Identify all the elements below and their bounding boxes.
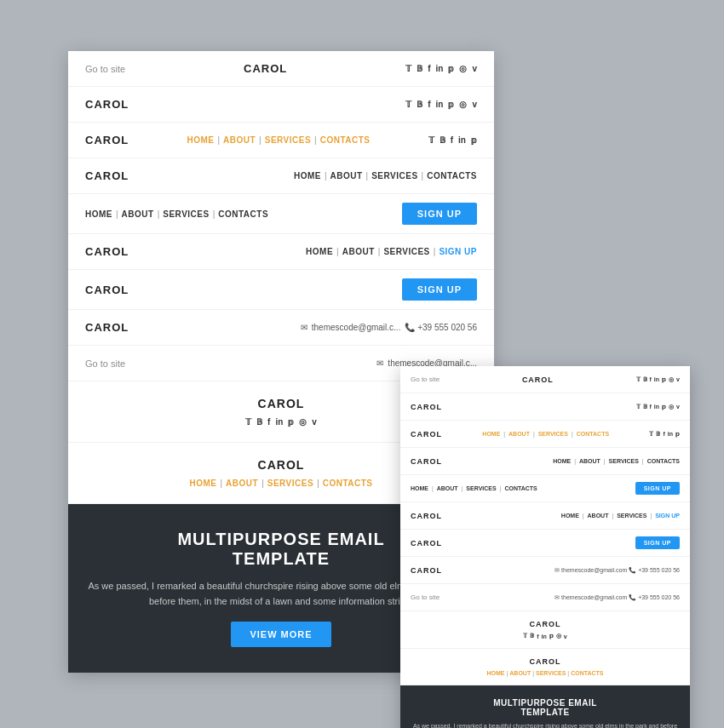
nav-links-6: HOME | ABOUT | SERVICES | SIGN UP — [306, 247, 477, 256]
small-nav-row-7: CAROL SIGN UP — [400, 530, 690, 557]
about-link-5[interactable]: ABOUT — [122, 209, 154, 219]
signup-link-6[interactable]: SIGN UP — [439, 247, 477, 256]
small-card: Go to site CAROL 𝕋 𝔹 f in 𝕡 ◎ v CAROL 𝕋 … — [400, 366, 690, 728]
small-nav-row-8: CAROL ✉ themescode@gmail.com 📞 +39 555 0… — [400, 557, 690, 584]
pinterest-icon-2[interactable]: 𝕡 — [448, 100, 454, 109]
small-brand-6: CAROL — [411, 512, 442, 520]
small-signup-btn-5[interactable]: SIGN UP — [635, 482, 680, 495]
facebook-icon-3[interactable]: f — [451, 135, 453, 145]
social-icons-3: 𝕋 𝔹 f in 𝕡 — [428, 135, 477, 145]
sep-3c: | — [314, 135, 317, 145]
vimeo-icon-c[interactable]: v — [312, 417, 317, 427]
small-nav-row-3: CAROL HOME | ABOUT | SERVICES | CONTACTS… — [400, 421, 690, 448]
small-brand-nav: CAROL — [411, 657, 680, 666]
facebook-icon[interactable]: f — [428, 64, 430, 73]
signup-button-5[interactable]: SIGN UP — [402, 203, 477, 225]
small-social-center: 𝕋 𝔹 f in 𝕡 ◎ v — [411, 633, 680, 639]
instagram-icon-c[interactable]: ◎ — [299, 417, 307, 427]
small-center-nav: CAROL HOME | ABOUT | SERVICES | CONTACTS — [400, 649, 690, 685]
services-link-3[interactable]: SERVICES — [265, 135, 311, 145]
nav-row-8: CAROL ✉ themescode@gmail.c... 📞 +39 555 … — [68, 310, 494, 346]
twitter-icon-2[interactable]: 𝕋 — [405, 100, 411, 109]
home-link-cn[interactable]: HOME — [189, 479, 216, 488]
twitter-icon-c[interactable]: 𝕋 — [245, 417, 251, 427]
linkedin-icon-3[interactable]: in — [458, 135, 466, 145]
sep-cnb: | — [261, 479, 264, 488]
behance-icon-2[interactable]: 𝔹 — [417, 100, 422, 109]
contacts-link-3[interactable]: CONTACTS — [320, 135, 371, 145]
about-link-6[interactable]: ABOUT — [342, 247, 375, 256]
small-nav-links-5: HOME | ABOUT | SERVICES | CONTACTS — [411, 485, 537, 491]
twitter-icon-3[interactable]: 𝕋 — [428, 135, 434, 145]
small-brand-7: CAROL — [411, 539, 442, 547]
instagram-icon-2[interactable]: ◎ — [459, 100, 467, 109]
email-text-8: themescode@gmail.c... — [312, 323, 401, 332]
home-link-3[interactable]: HOME — [187, 135, 214, 145]
small-social-2: 𝕋 𝔹 f in 𝕡 ◎ v — [636, 404, 680, 410]
sep-6b: | — [378, 247, 381, 256]
sep-4b: | — [366, 171, 369, 181]
small-contact-9: ✉ themescode@gmail.com 📞 +39 555 020 56 — [554, 594, 680, 601]
brand-carol-4: CAROL — [85, 169, 129, 182]
behance-icon-3[interactable]: 𝔹 — [440, 135, 445, 145]
instagram-icon[interactable]: ◎ — [459, 64, 467, 73]
twitter-icon[interactable]: 𝕋 — [405, 64, 411, 73]
small-signup-btn-7[interactable]: SIGN UP — [635, 536, 680, 549]
sep-cna: | — [220, 479, 222, 488]
services-link-5[interactable]: SERVICES — [163, 209, 209, 219]
sep-5c: | — [213, 209, 215, 219]
services-link-4[interactable]: SERVICES — [371, 171, 417, 181]
about-link-cn[interactable]: ABOUT — [226, 479, 258, 488]
contact-info-8: ✉ themescode@gmail.c... 📞 +39 555 020 56 — [301, 323, 477, 332]
small-nav-row-6: CAROL HOME | ABOUT | SERVICES | SIGN UP — [400, 502, 690, 530]
email-icon-s8: ✉ — [554, 567, 560, 573]
linkedin-icon[interactable]: in — [436, 64, 444, 73]
pinterest-icon-c[interactable]: 𝕡 — [288, 417, 294, 427]
linkedin-icon-2[interactable]: in — [436, 100, 444, 109]
brand-carol-3: CAROL — [85, 134, 129, 146]
social-icons-1: 𝕋 𝔹 f in 𝕡 ◎ v — [405, 64, 477, 73]
sep-cnc: | — [317, 479, 319, 488]
email-icon-s9: ✉ — [554, 594, 560, 600]
nav-row-2: CAROL 𝕋 𝔹 f in 𝕡 ◎ v — [68, 87, 494, 123]
signup-button-7[interactable]: SIGN UP — [402, 278, 477, 301]
small-brand-4: CAROL — [411, 457, 442, 466]
vimeo-icon-2[interactable]: v — [472, 100, 477, 109]
services-link-cn[interactable]: SERVICES — [267, 479, 313, 488]
behance-icon[interactable]: 𝔹 — [417, 64, 422, 73]
linkedin-icon-c[interactable]: in — [275, 417, 283, 427]
sep-3b: | — [259, 135, 261, 145]
home-link-5[interactable]: HOME — [85, 209, 112, 219]
small-footer-body: As we passed, I remarked a beautiful chu… — [411, 722, 680, 728]
small-brand-8: CAROL — [411, 566, 442, 575]
brand-carol-1: CAROL — [244, 62, 287, 75]
vimeo-icon[interactable]: v — [472, 64, 477, 73]
go-to-site-label[interactable]: Go to site — [85, 64, 125, 74]
behance-icon-c[interactable]: 𝔹 — [256, 417, 262, 427]
go-to-site-9[interactable]: Go to site — [85, 358, 125, 369]
small-go-to-site-1[interactable]: Go to site — [411, 375, 440, 383]
small-nav-row-9: Go to site ✉ themescode@gmail.com 📞 +39 … — [400, 584, 690, 611]
email-icon-8: ✉ — [301, 323, 307, 332]
facebook-icon-2[interactable]: f — [428, 100, 430, 109]
about-link-4[interactable]: ABOUT — [330, 171, 363, 181]
small-social-3: 𝕋 𝔹 f in 𝕡 — [649, 431, 680, 438]
small-go-to-site-9[interactable]: Go to site — [411, 593, 440, 601]
pinterest-icon-3[interactable]: 𝕡 — [471, 135, 477, 145]
about-link-3[interactable]: ABOUT — [223, 135, 256, 145]
contacts-link-cn[interactable]: CONTACTS — [323, 479, 373, 488]
home-link-4[interactable]: HOME — [294, 171, 321, 181]
small-brand-center: CAROL — [411, 620, 680, 628]
services-link-6[interactable]: SERVICES — [383, 247, 429, 256]
nav-row-4: CAROL HOME | ABOUT | SERVICES | CONTACTS — [68, 158, 494, 194]
sep-6a: | — [336, 247, 339, 256]
home-link-6[interactable]: HOME — [306, 247, 333, 256]
view-more-button[interactable]: VIEW MORE — [231, 622, 330, 647]
small-nav-row-2: CAROL 𝕋 𝔹 f in 𝕡 ◎ v — [400, 393, 690, 421]
social-icons-2: 𝕋 𝔹 f in 𝕡 ◎ v — [405, 100, 477, 109]
facebook-icon-c[interactable]: f — [267, 417, 270, 427]
contacts-link-4[interactable]: CONTACTS — [427, 171, 477, 181]
contacts-link-5[interactable]: CONTACTS — [218, 209, 268, 219]
pinterest-icon[interactable]: 𝕡 — [448, 64, 454, 73]
small-center-section: CAROL 𝕋 𝔹 f in 𝕡 ◎ v — [400, 611, 690, 649]
